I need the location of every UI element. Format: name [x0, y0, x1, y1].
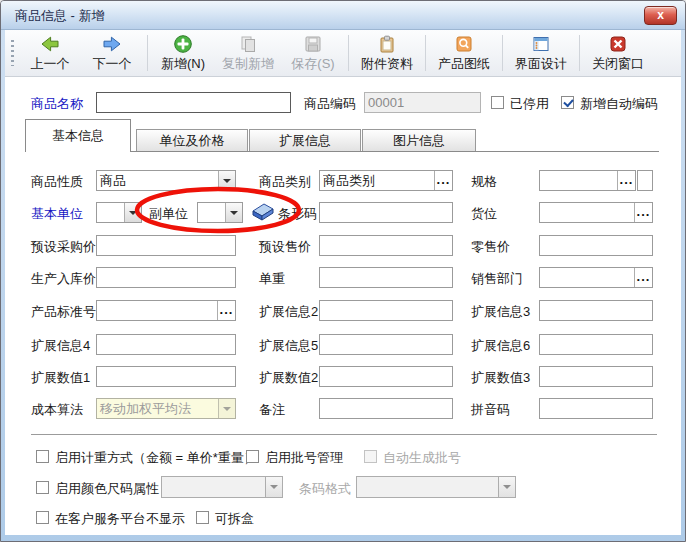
autocode-label: 新增自动编码 — [580, 93, 658, 114]
toolbar-separator — [147, 35, 148, 71]
chevron-down-icon — [498, 477, 515, 497]
hide-platform-checkbox[interactable] — [36, 511, 49, 524]
save-icon — [303, 34, 323, 54]
ext-num1-label: 扩展数值1 — [31, 367, 90, 388]
sales-dept-input[interactable] — [540, 268, 634, 287]
barcode-format-label: 条码格式 — [299, 478, 351, 499]
sale-price-label: 预设售价 — [259, 236, 311, 257]
product-code-label: 商品编码 — [304, 93, 356, 114]
sale-price-input[interactable] — [319, 235, 453, 256]
sales-dept-ellipsis-button[interactable]: ... — [634, 268, 652, 287]
category-ellipsis-button[interactable]: ... — [434, 171, 452, 190]
purchase-price-input[interactable] — [96, 235, 236, 256]
arrow-left-icon — [40, 34, 60, 54]
purchase-price-label: 预设采购价 — [31, 236, 96, 257]
base-unit-value — [97, 203, 124, 222]
close-window-label: 关闭窗口 — [592, 55, 644, 73]
tab-picture-info[interactable]: 图片信息 — [362, 129, 476, 152]
ext-num3-input[interactable] — [539, 366, 653, 387]
next-label: 下一个 — [93, 55, 132, 73]
nature-label: 商品性质 — [31, 171, 83, 192]
batch-checkbox[interactable] — [246, 450, 259, 463]
sub-unit-combobox[interactable] — [197, 202, 243, 223]
toolbar-grip[interactable] — [11, 40, 14, 66]
chevron-down-icon[interactable] — [218, 171, 235, 190]
tab-extended-info[interactable]: 扩展信息 — [249, 129, 361, 152]
spec-ellipsis-button[interactable]: ... — [617, 171, 635, 190]
unit-helper-book-icon[interactable] — [249, 201, 275, 223]
production-price-input[interactable] — [96, 267, 236, 288]
close-window-button[interactable]: 关闭窗口 — [584, 30, 652, 76]
spec-extra-button[interactable] — [637, 170, 653, 191]
standard-no-input[interactable] — [97, 301, 217, 320]
base-unit-combobox[interactable] — [96, 202, 142, 223]
cost-method-label: 成本算法 — [31, 399, 83, 420]
ext-info3-input[interactable] — [539, 300, 653, 321]
tab-basic-info[interactable]: 基本信息 — [25, 119, 131, 152]
chevron-down-icon — [265, 477, 282, 497]
category-input[interactable] — [320, 171, 434, 190]
barcode-input[interactable] — [319, 202, 453, 223]
category-label: 商品类别 — [259, 171, 311, 192]
product-name-label: 商品名称 — [31, 93, 83, 114]
product-name-input[interactable] — [96, 92, 291, 113]
copy-new-label: 复制新增 — [222, 55, 274, 73]
attachment-icon — [377, 34, 397, 54]
product-code-input — [364, 92, 481, 113]
ext-num2-input[interactable] — [319, 366, 453, 387]
color-size-value — [162, 477, 265, 497]
barcode-format-value — [357, 477, 498, 497]
ext-info2-label: 扩展信息2 — [259, 301, 318, 322]
autocode-checkbox[interactable] — [561, 96, 574, 109]
ui-design-button[interactable]: 界面设计 — [507, 30, 575, 76]
add-icon — [173, 34, 193, 54]
spec-input[interactable] — [540, 171, 617, 190]
prev-button[interactable]: 上一个 — [19, 30, 81, 76]
barcode-label: 条形码 — [278, 203, 317, 224]
spec-label: 规格 — [471, 171, 497, 192]
splittable-checkbox[interactable] — [196, 511, 209, 524]
color-size-label: 启用颜色尺码属性 — [55, 478, 159, 499]
location-ellipsis-button[interactable]: ... — [634, 203, 652, 222]
cost-method-combobox: 移动加权平均法 — [96, 398, 236, 419]
attachments-button[interactable]: 附件资料 — [353, 30, 421, 76]
ext-info5-input[interactable] — [319, 334, 453, 355]
ext-info4-input[interactable] — [96, 334, 236, 355]
ext-num1-input[interactable] — [96, 366, 236, 387]
titlebar-close-button[interactable]: x — [644, 6, 677, 25]
location-input[interactable] — [540, 203, 634, 222]
color-size-checkbox[interactable] — [36, 481, 49, 494]
pinyin-input[interactable] — [539, 398, 653, 419]
tab-units-prices[interactable]: 单位及价格 — [136, 129, 248, 152]
unit-weight-label: 单重 — [259, 268, 285, 289]
window-title: 商品信息 - 新增 — [15, 8, 105, 23]
remark-input[interactable] — [319, 398, 453, 419]
ext-info2-input[interactable] — [319, 300, 453, 321]
ext-info6-input[interactable] — [539, 334, 653, 355]
chevron-down-icon[interactable] — [225, 203, 242, 222]
base-unit-label: 基本单位 — [31, 203, 83, 224]
next-button[interactable]: 下一个 — [81, 30, 143, 76]
product-drawing-button[interactable]: 产品图纸 — [430, 30, 498, 76]
ui-design-icon — [531, 34, 551, 54]
ext-info5-label: 扩展信息5 — [259, 335, 318, 356]
save-label: 保存(S) — [291, 55, 334, 73]
category-fieldbox: ... — [319, 170, 453, 191]
add-new-label: 新增(N) — [161, 55, 205, 73]
copy-icon — [238, 34, 258, 54]
sales-dept-fieldbox: ... — [539, 267, 653, 288]
standard-no-ellipsis-button[interactable]: ... — [217, 301, 235, 320]
chevron-down-icon[interactable] — [124, 203, 141, 222]
retail-price-input[interactable] — [539, 235, 653, 256]
prev-label: 上一个 — [31, 55, 70, 73]
nature-combobox[interactable]: 商品 — [96, 170, 236, 191]
drawing-icon — [454, 34, 474, 54]
unit-weight-input[interactable] — [319, 267, 453, 288]
product-drawing-label: 产品图纸 — [438, 55, 490, 73]
copy-new-button[interactable]: 复制新增 — [214, 30, 282, 76]
stopped-checkbox[interactable] — [491, 96, 504, 109]
attachments-label: 附件资料 — [361, 55, 413, 73]
save-button[interactable]: 保存(S) — [282, 30, 344, 76]
add-new-button[interactable]: 新增(N) — [152, 30, 214, 76]
weight-mode-checkbox[interactable] — [36, 450, 49, 463]
